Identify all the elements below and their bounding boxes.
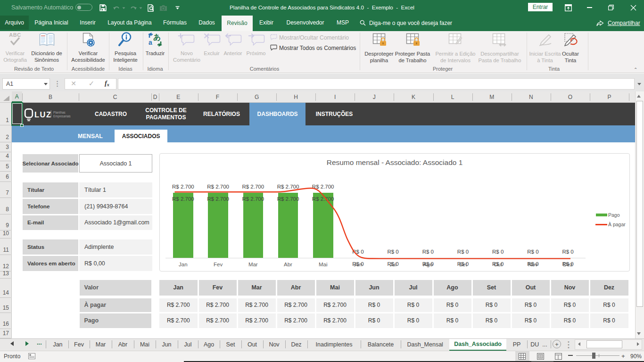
svg-text:a: a [149,39,152,46]
svg-text:Empresariais: Empresariais [53,115,71,118]
svg-text:あ: あ [153,33,161,41]
svg-text:Planilhas: Planilhas [53,111,66,114]
svg-text:LUZ: LUZ [34,110,52,119]
